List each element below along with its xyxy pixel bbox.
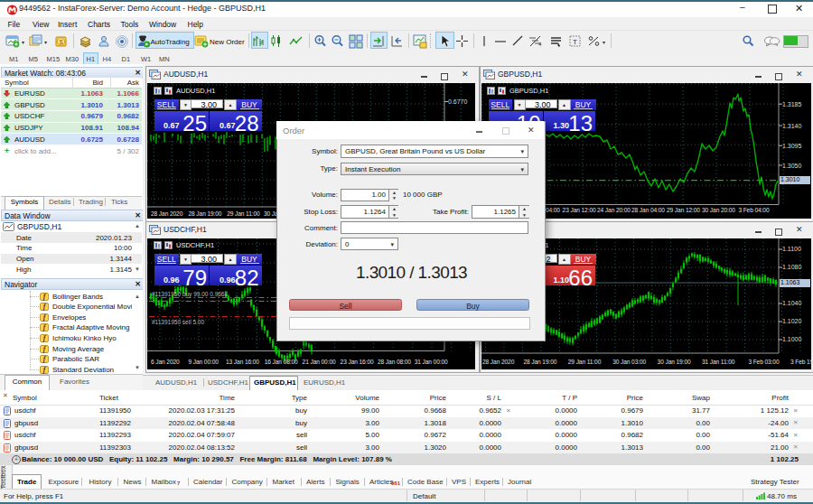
svg-text:4: 4	[538, 42, 542, 47]
svg-text:T: T	[573, 38, 577, 46]
